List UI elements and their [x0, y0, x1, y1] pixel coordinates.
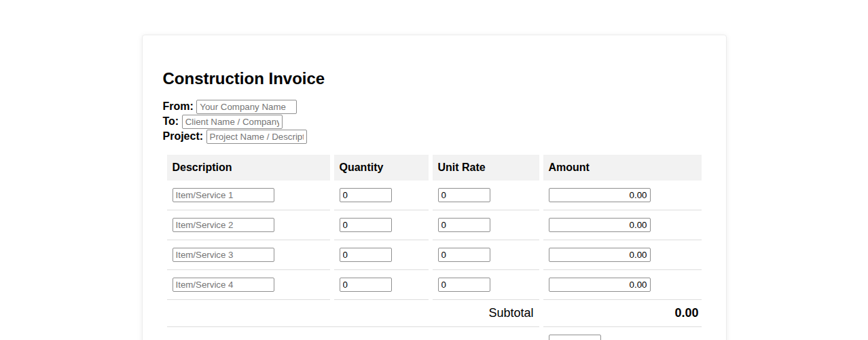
tax-rate-input[interactable] — [549, 335, 601, 340]
description-input-3[interactable] — [173, 248, 274, 262]
description-input-2[interactable] — [173, 218, 274, 232]
unit-rate-input-1[interactable] — [438, 188, 490, 202]
description-input-1[interactable] — [173, 188, 274, 202]
table-header-row: Description Quantity Unit Rate Amount — [167, 155, 702, 181]
quantity-input-4[interactable] — [340, 278, 392, 292]
from-input[interactable] — [196, 100, 297, 114]
amount-input-4[interactable] — [549, 278, 651, 292]
header-unit-rate: Unit Rate — [433, 155, 539, 181]
quantity-input-2[interactable] — [340, 218, 392, 232]
header-amount: Amount — [543, 155, 702, 181]
header-description: Description — [167, 155, 330, 181]
table-row — [167, 181, 702, 210]
invoice-card: Construction Invoice From: To: Project: … — [142, 35, 727, 340]
header-quantity: Quantity — [334, 155, 429, 181]
quantity-input-3[interactable] — [340, 248, 392, 262]
subtotal-label: Subtotal — [167, 300, 539, 327]
amount-input-3[interactable] — [549, 248, 651, 262]
table-row — [167, 210, 702, 240]
subtotal-row: Subtotal 0.00 — [167, 300, 702, 327]
project-label: Project: — [163, 130, 204, 142]
line-items-table: Description Quantity Unit Rate Amount — [163, 155, 706, 340]
description-input-4[interactable] — [173, 278, 274, 292]
from-label: From: — [163, 100, 194, 112]
table-row — [167, 240, 702, 270]
project-input[interactable] — [206, 130, 307, 144]
unit-rate-input-2[interactable] — [438, 218, 490, 232]
unit-rate-input-3[interactable] — [438, 248, 490, 262]
to-label: To: — [163, 115, 179, 127]
tax-row — [167, 327, 702, 340]
page-title: Construction Invoice — [163, 69, 706, 88]
amount-input-1[interactable] — [549, 188, 651, 202]
quantity-input-1[interactable] — [340, 188, 392, 202]
table-row — [167, 270, 702, 300]
to-input[interactable] — [182, 115, 283, 129]
invoice-parties: From: To: Project: — [163, 99, 706, 145]
subtotal-value: 0.00 — [543, 300, 702, 327]
amount-input-2[interactable] — [549, 218, 651, 232]
unit-rate-input-4[interactable] — [438, 278, 490, 292]
